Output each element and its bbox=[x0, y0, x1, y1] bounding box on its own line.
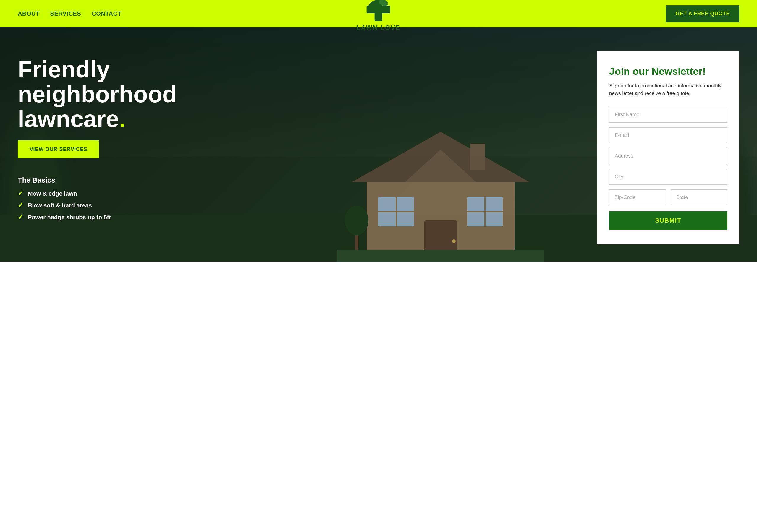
nav-services[interactable]: SERVICES bbox=[50, 10, 81, 17]
nav-contact[interactable]: CONTACT bbox=[92, 10, 121, 17]
basics-title: The Basics bbox=[18, 176, 586, 185]
site-header: ABOUT SERVICES CONTACT LAWN LOVE GET A F… bbox=[0, 0, 757, 27]
hero-content: Friendly neighborhood lawncare. VIEW OUR… bbox=[0, 27, 757, 262]
address-input[interactable] bbox=[609, 148, 727, 164]
headline-line3: lawncare bbox=[18, 106, 119, 132]
basics-item-2: Blow soft & hard areas bbox=[28, 202, 92, 209]
list-item: ✓ Blow soft & hard areas bbox=[18, 202, 586, 209]
basics-item-3: Power hedge shrubs up to 6ft bbox=[28, 214, 111, 221]
basics-list: ✓ Mow & edge lawn ✓ Blow soft & hard are… bbox=[18, 190, 586, 221]
main-nav: ABOUT SERVICES CONTACT bbox=[18, 10, 121, 17]
submit-button[interactable]: SUBMIT bbox=[609, 211, 727, 230]
first-name-input[interactable] bbox=[609, 107, 727, 123]
email-input[interactable] bbox=[609, 127, 727, 143]
logo: LAWN LOVE bbox=[357, 0, 401, 32]
logo-icon bbox=[365, 0, 392, 23]
zip-input[interactable] bbox=[609, 190, 666, 205]
nav-about[interactable]: ABOUT bbox=[18, 10, 40, 17]
email-group bbox=[609, 127, 727, 143]
address-group bbox=[609, 148, 727, 164]
basics-item-1: Mow & edge lawn bbox=[28, 190, 77, 197]
view-services-button[interactable]: VIEW OUR SERVICES bbox=[18, 140, 99, 159]
zip-state-row bbox=[609, 190, 727, 205]
first-name-group bbox=[609, 107, 727, 123]
state-input[interactable] bbox=[671, 190, 727, 205]
city-group bbox=[609, 169, 727, 185]
list-item: ✓ Mow & edge lawn bbox=[18, 190, 586, 197]
check-icon-1: ✓ bbox=[18, 190, 23, 197]
hero-headline: Friendly neighborhood lawncare. bbox=[18, 57, 586, 132]
city-input[interactable] bbox=[609, 169, 727, 185]
headline-dot: . bbox=[119, 106, 125, 132]
logo-text: LAWN LOVE bbox=[357, 24, 401, 32]
list-item: ✓ Power hedge shrubs up to 6ft bbox=[18, 213, 586, 221]
newsletter-form: SUBMIT bbox=[609, 107, 727, 230]
newsletter-subtitle: Sign up for to promotional and informati… bbox=[609, 82, 727, 97]
headline-line1: Friendly bbox=[18, 56, 110, 82]
headline-line2: neighborhood bbox=[18, 81, 177, 107]
check-icon-2: ✓ bbox=[18, 202, 23, 209]
get-free-quote-button[interactable]: GET A FREE QUOTE bbox=[666, 5, 739, 22]
hero-left-panel: Friendly neighborhood lawncare. VIEW OUR… bbox=[18, 45, 586, 221]
newsletter-title: Join our Newsletter! bbox=[609, 65, 727, 77]
check-icon-3: ✓ bbox=[18, 213, 23, 221]
newsletter-card: Join our Newsletter! Sign up for to prom… bbox=[597, 51, 739, 244]
hero-section: Friendly neighborhood lawncare. VIEW OUR… bbox=[0, 27, 757, 262]
basics-section: The Basics ✓ Mow & edge lawn ✓ Blow soft… bbox=[18, 176, 586, 221]
